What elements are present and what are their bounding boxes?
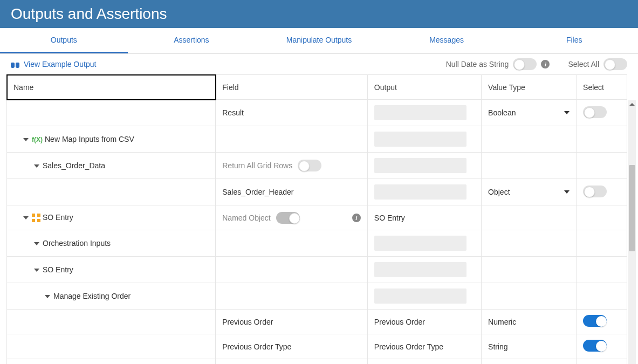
name-cell — [7, 100, 216, 126]
dropdown-caret-icon[interactable] — [564, 111, 570, 114]
info-icon[interactable]: i — [352, 214, 361, 222]
field-cell — [216, 283, 368, 310]
output-cell — [367, 153, 481, 179]
outputs-grid: Name Field Output Value Type Select Resu… — [6, 74, 627, 364]
row-name-label: SO Entry — [43, 213, 73, 222]
output-cell — [367, 283, 481, 310]
field-cell: Named Objecti — [216, 205, 368, 230]
output-cell: Previous Order Company — [367, 359, 481, 365]
null-date-label: Null Date as String — [446, 60, 509, 68]
page-header: Outputs and Assertions — [0, 0, 638, 28]
select-cell — [577, 205, 627, 230]
output-input[interactable] — [374, 158, 467, 173]
col-field[interactable]: Field — [216, 75, 368, 100]
value-type-cell[interactable]: Object — [482, 179, 577, 205]
view-example-output-link[interactable]: View Example Output — [11, 60, 96, 68]
output-cell — [367, 257, 481, 283]
table-row: Sales_Order_DataReturn All Grid Rows — [7, 153, 627, 179]
tab-messages[interactable]: Messages — [383, 28, 511, 53]
info-icon[interactable]: i — [541, 60, 550, 68]
tab-assertions[interactable]: Assertions — [128, 28, 256, 53]
row-name-label: Orchestration Inputs — [43, 239, 111, 248]
scroll-thumb[interactable] — [629, 165, 635, 251]
scroll-up-arrow[interactable] — [628, 100, 636, 108]
table-row: Previous Order CompanyPrevious Order Com… — [7, 359, 627, 365]
row-name-label: New Map Inputs from CSV — [45, 135, 134, 143]
expand-caret-icon[interactable] — [34, 269, 39, 272]
name-cell — [7, 179, 216, 205]
tab-bar: OutputsAssertionsManipulate OutputsMessa… — [0, 28, 638, 54]
col-select[interactable]: Select — [577, 75, 627, 100]
select-cell — [577, 230, 627, 257]
tab-outputs[interactable]: Outputs — [0, 28, 128, 53]
tab-files[interactable]: Files — [510, 28, 638, 53]
table-row: Previous Order TypePrevious Order TypeSt… — [7, 334, 627, 359]
col-value-type[interactable]: Value Type — [482, 75, 577, 100]
row-name-label: SO Entry — [43, 265, 73, 274]
value-type-cell — [482, 205, 577, 230]
name-cell[interactable]: Orchestration Inputs — [7, 230, 216, 257]
value-type-text: String — [488, 342, 508, 351]
expand-caret-icon[interactable] — [45, 295, 50, 298]
output-cell: Previous Order — [367, 310, 481, 334]
value-type-cell — [482, 257, 577, 283]
field-cell — [216, 230, 368, 257]
name-cell[interactable]: Manage Existing Order — [7, 283, 216, 310]
dropdown-caret-icon[interactable] — [564, 190, 570, 194]
table-row: Sales_Order_HeaderObject — [7, 179, 627, 205]
view-example-label: View Example Output — [24, 60, 96, 68]
null-date-toggle[interactable] — [513, 58, 537, 70]
select-all-toggle[interactable] — [603, 58, 627, 70]
field-cell: Previous Order Type — [216, 334, 368, 359]
select-toggle[interactable] — [583, 106, 607, 118]
name-cell[interactable]: f(X)New Map Inputs from CSV — [7, 126, 216, 153]
select-cell — [577, 359, 627, 365]
table-row: SO Entry — [7, 257, 627, 283]
select-toggle[interactable] — [583, 340, 607, 352]
select-cell — [577, 179, 627, 205]
vertical-scrollbar[interactable] — [628, 100, 636, 364]
tab-manipulate-outputs[interactable]: Manipulate Outputs — [255, 28, 383, 53]
field-cell — [216, 126, 368, 153]
page-title: Outputs and Assertions — [11, 5, 627, 23]
table-row: f(X)New Map Inputs from CSV — [7, 126, 627, 153]
col-output[interactable]: Output — [367, 75, 481, 100]
value-type-cell: Numeric — [482, 310, 577, 334]
output-cell: Previous Order Type — [367, 334, 481, 359]
name-cell[interactable]: SO Entry — [7, 257, 216, 283]
row-name-label: Sales_Order_Data — [43, 161, 105, 170]
name-cell — [7, 334, 216, 359]
name-cell[interactable]: Sales_Order_Data — [7, 153, 216, 179]
output-input[interactable] — [374, 236, 467, 251]
field-toggle[interactable] — [276, 212, 300, 224]
field-cell: Sales_Order_Header — [216, 179, 368, 205]
table-row: Previous OrderPrevious OrderNumeric — [7, 310, 627, 334]
output-input[interactable] — [374, 184, 467, 200]
select-all-label: Select All — [568, 60, 599, 68]
value-type-cell: String — [482, 334, 577, 359]
field-cell: Previous Order — [216, 310, 368, 334]
expand-caret-icon[interactable] — [23, 216, 29, 219]
select-cell — [577, 283, 627, 310]
grid-header-row: Name Field Output Value Type Select — [7, 75, 627, 100]
expand-caret-icon[interactable] — [34, 164, 39, 168]
output-input[interactable] — [374, 289, 467, 304]
table-row: SO EntryNamed ObjectiSO Entry — [7, 205, 627, 230]
select-cell — [577, 310, 627, 334]
grid-container: Name Field Output Value Type Select Resu… — [0, 74, 638, 364]
name-cell — [7, 359, 216, 365]
name-cell[interactable]: SO Entry — [7, 205, 216, 230]
scroll-down-arrow[interactable] — [628, 108, 636, 115]
field-toggle[interactable] — [298, 160, 321, 171]
col-name[interactable]: Name — [7, 75, 216, 100]
output-input[interactable] — [374, 105, 467, 120]
expand-caret-icon[interactable] — [34, 242, 39, 245]
output-input[interactable] — [374, 262, 467, 277]
select-toggle[interactable] — [583, 315, 607, 327]
row-name-label: Manage Existing Order — [53, 292, 131, 300]
output-input[interactable] — [374, 132, 467, 147]
select-toggle[interactable] — [583, 186, 607, 197]
value-type-cell[interactable]: Boolean — [482, 100, 577, 126]
select-all-control: Select All — [568, 58, 627, 70]
expand-caret-icon[interactable] — [23, 138, 29, 141]
